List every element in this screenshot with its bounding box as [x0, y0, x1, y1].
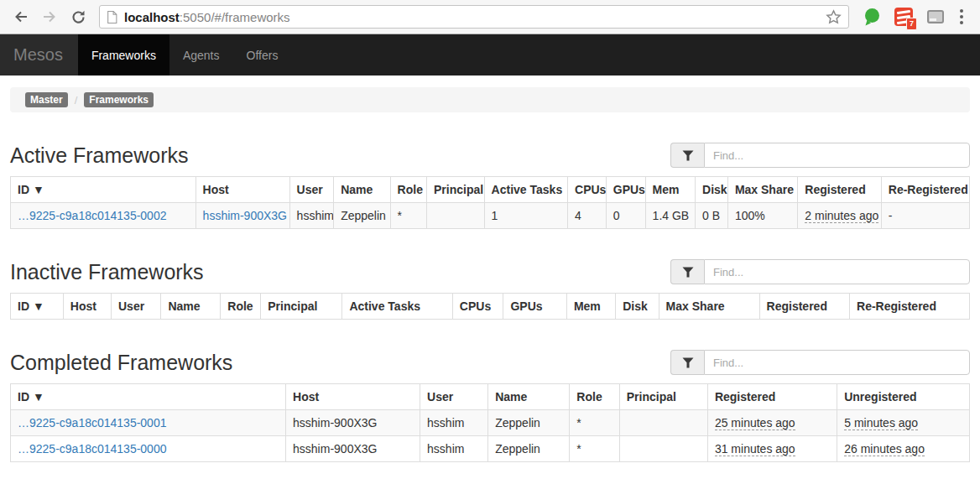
relative-time: 31 minutes ago — [715, 442, 795, 456]
column-header-re-registered[interactable]: Re-Registered — [850, 294, 970, 320]
column-header-cpus[interactable]: CPUs — [568, 177, 607, 203]
table-cell: 5 minutes ago — [837, 410, 970, 436]
extension-green-pin-icon[interactable] — [861, 5, 883, 29]
column-header-max-share[interactable]: Max Share — [659, 294, 759, 320]
table-cell: 1.4 GB — [645, 203, 695, 229]
column-header-re-registered[interactable]: Re-Registered — [881, 177, 969, 203]
column-header-id[interactable]: ID ▼ — [11, 384, 286, 410]
active-filter-group — [670, 143, 970, 168]
inactive-filter-input[interactable] — [704, 259, 970, 284]
url-text[interactable]: localhost:5050/#/frameworks — [124, 10, 819, 24]
column-header-principal[interactable]: Principal — [261, 294, 342, 320]
relative-time: 5 minutes ago — [844, 416, 918, 430]
column-header-principal[interactable]: Principal — [427, 177, 485, 203]
breadcrumb-frameworks[interactable]: Frameworks — [84, 92, 154, 107]
completed-filter-group — [670, 350, 970, 375]
table-cell: …9225-c9a18c014135-0002 — [11, 203, 196, 229]
column-header-disk[interactable]: Disk — [616, 294, 659, 320]
column-header-user[interactable]: User — [289, 177, 334, 203]
active-frameworks-table: ID ▼HostUserNameRolePrincipalActive Task… — [10, 176, 970, 229]
active-frameworks-title: Active Frameworks — [10, 143, 189, 168]
table-cell — [619, 436, 707, 462]
table-cell: hsshim — [289, 203, 334, 229]
column-header-mem[interactable]: Mem — [645, 177, 695, 203]
table-cell: Zeppelin — [334, 203, 390, 229]
column-header-role[interactable]: Role — [221, 294, 261, 320]
table-cell: * — [390, 203, 426, 229]
table-row: …9225-c9a18c014135-0000hsshim-900X3Ghssh… — [11, 436, 970, 462]
table-cell: hsshim-900X3G — [195, 203, 289, 229]
column-header-role[interactable]: Role — [570, 384, 619, 410]
brand-mesos[interactable]: Mesos — [0, 34, 78, 75]
back-icon[interactable] — [8, 4, 34, 29]
column-header-name[interactable]: Name — [488, 384, 570, 410]
table-cell: 4 — [568, 203, 607, 229]
column-header-registered[interactable]: Registered — [798, 177, 881, 203]
table-row: …9225-c9a18c014135-0001hsshim-900X3Ghssh… — [11, 410, 970, 436]
header-row: ID ▼HostUserNameRolePrincipalActive Task… — [11, 294, 970, 320]
cell-link[interactable]: …9225-c9a18c014135-0000 — [18, 442, 166, 456]
column-header-principal[interactable]: Principal — [619, 384, 707, 410]
cell-link[interactable]: …9225-c9a18c014135-0002 — [18, 209, 166, 222]
column-header-cpus[interactable]: CPUs — [452, 294, 503, 320]
column-header-host[interactable]: Host — [195, 177, 289, 203]
column-header-registered[interactable]: Registered — [759, 294, 849, 320]
table-cell: hsshim — [420, 410, 488, 436]
inactive-frameworks-section: Inactive Frameworks ID ▼HostUserNameRole… — [10, 259, 970, 320]
forward-icon[interactable] — [37, 4, 62, 29]
url-bar[interactable]: localhost:5050/#/frameworks — [99, 5, 849, 29]
extension-cast-icon[interactable] — [925, 5, 946, 29]
browser-menu-icon[interactable] — [953, 6, 972, 28]
cell-link[interactable]: hsshim-900X3G — [203, 209, 287, 222]
reload-icon[interactable] — [65, 4, 91, 29]
table-cell: * — [570, 436, 619, 462]
column-header-id[interactable]: ID ▼ — [11, 294, 64, 320]
relative-time: 2 minutes ago — [805, 209, 878, 223]
bookmark-star-icon[interactable] — [826, 9, 842, 25]
column-header-registered[interactable]: Registered — [707, 384, 837, 410]
table-cell: 0 — [606, 203, 645, 229]
column-header-name[interactable]: Name — [334, 177, 390, 203]
inactive-filter-group — [670, 259, 970, 284]
nav-item-agents[interactable]: Agents — [169, 34, 233, 75]
table-cell: 100% — [727, 203, 797, 229]
column-header-gpus[interactable]: GPUs — [606, 177, 645, 203]
cell-link[interactable]: …9225-c9a18c014135-0001 — [18, 416, 166, 430]
table-cell: 0 B — [696, 203, 728, 229]
screen-icon — [927, 10, 944, 23]
column-header-disk[interactable]: Disk — [696, 177, 728, 203]
completed-frameworks-title: Completed Frameworks — [10, 350, 232, 375]
nav-item-frameworks[interactable]: Frameworks — [78, 34, 169, 75]
header-row: ID ▼HostUserNameRolePrincipalRegisteredU… — [11, 384, 970, 410]
table-cell: 26 minutes ago — [837, 436, 970, 462]
column-header-mem[interactable]: Mem — [566, 294, 615, 320]
url-host: localhost — [124, 10, 180, 24]
page-icon — [107, 11, 117, 23]
breadcrumb-master[interactable]: Master — [25, 92, 68, 107]
breadcrumb: Master / Frameworks — [10, 87, 970, 112]
column-header-max-share[interactable]: Max Share — [727, 177, 797, 203]
table-cell: 1 — [484, 203, 567, 229]
column-header-host[interactable]: Host — [286, 384, 420, 410]
completed-filter-input[interactable] — [704, 350, 970, 375]
column-header-host[interactable]: Host — [63, 294, 111, 320]
nav-item-offers[interactable]: Offers — [233, 34, 292, 75]
relative-time: 26 minutes ago — [844, 442, 925, 456]
column-header-user[interactable]: User — [112, 294, 161, 320]
column-header-name[interactable]: Name — [161, 294, 221, 320]
column-header-active-tasks[interactable]: Active Tasks — [484, 177, 567, 203]
column-header-role[interactable]: Role — [390, 177, 426, 203]
table-cell: …9225-c9a18c014135-0000 — [11, 436, 286, 462]
table-cell: …9225-c9a18c014135-0001 — [11, 410, 286, 436]
column-header-unregistered[interactable]: Unregistered — [837, 384, 970, 410]
table-cell: hsshim — [420, 436, 488, 462]
column-header-gpus[interactable]: GPUs — [503, 294, 566, 320]
active-filter-input[interactable] — [704, 143, 970, 168]
table-cell: - — [881, 203, 969, 229]
completed-frameworks-table: ID ▼HostUserNameRolePrincipalRegisteredU… — [10, 383, 970, 462]
table-cell — [619, 410, 707, 436]
column-header-active-tasks[interactable]: Active Tasks — [342, 294, 452, 320]
column-header-user[interactable]: User — [420, 384, 488, 410]
extension-todoist-icon[interactable]: 7 — [893, 5, 915, 29]
column-header-id[interactable]: ID ▼ — [11, 177, 196, 203]
